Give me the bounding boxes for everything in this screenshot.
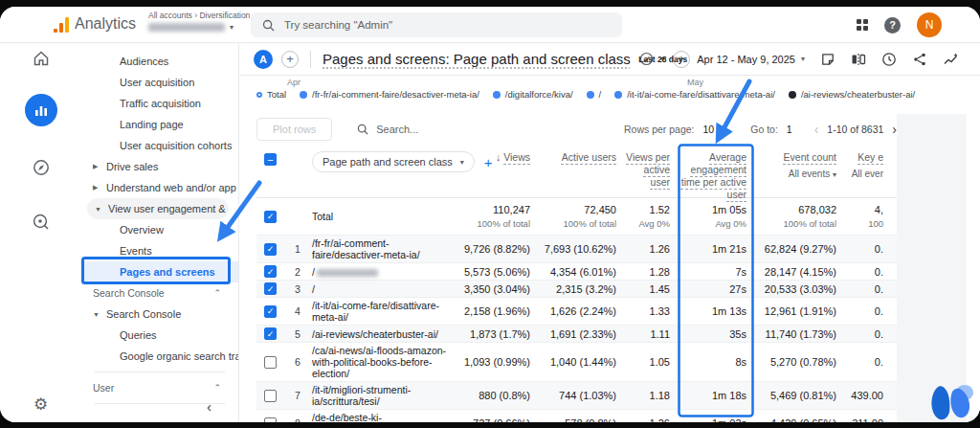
collapse-chevron-icon[interactable]: ⌃ xyxy=(213,383,221,393)
sidebar-item-traffic-acquisition[interactable]: Traffic acquisition xyxy=(81,93,238,114)
chevron-right-icon[interactable]: ▶ xyxy=(93,184,106,191)
sidebar-item-search-console[interactable]: ▼Search Console xyxy=(81,304,238,325)
totals-checkbox[interactable]: ✓ xyxy=(264,211,277,223)
column-header-views[interactable]: ↓ Views xyxy=(456,145,538,201)
sidebar-section-search-console[interactable]: Search Console⌃ xyxy=(81,282,238,304)
report-title[interactable]: Pages and screens: Page path and screen … xyxy=(323,51,631,67)
row-checkbox[interactable]: ✓ xyxy=(264,265,277,278)
sidebar-item-audiences[interactable]: Audiences xyxy=(81,51,238,72)
add-comparison-icon[interactable]: + xyxy=(281,51,299,68)
row-checkbox[interactable]: ✓ xyxy=(264,243,277,256)
collapse-chevron-icon[interactable]: ⌃ xyxy=(213,288,221,298)
sidebar-item-landing-page[interactable]: Landing page xyxy=(81,114,238,135)
table-search-input[interactable]: Search... xyxy=(357,124,418,135)
share-icon[interactable] xyxy=(912,52,927,67)
account-switcher[interactable]: All accounts › Diversification ▾ xyxy=(148,11,250,32)
column-header-event-count[interactable]: Event countAll events ▾ xyxy=(754,145,844,201)
note-icon[interactable] xyxy=(820,52,835,67)
account-name-redacted xyxy=(148,23,225,32)
sidebar-item-user-acquisition[interactable]: User acquisition xyxy=(81,72,238,93)
key-events-cell: 0. xyxy=(844,243,897,255)
next-page-icon[interactable]: › xyxy=(892,122,897,137)
engagement-time-cell: 27s xyxy=(678,283,754,295)
comparison-chip[interactable]: A xyxy=(254,50,273,69)
dimension-selector[interactable]: Page path and screen class▾ xyxy=(312,151,475,172)
prev-page-icon[interactable]: ‹ xyxy=(814,122,819,137)
plot-rows-button[interactable]: Plot rows xyxy=(256,118,332,141)
sidebar-item-drive-sales[interactable]: ▶Drive sales xyxy=(81,156,238,177)
report-body: Apr May Total/fr-fr/ai-comment-faire/des… xyxy=(239,75,980,422)
select-all-checkbox[interactable]: – xyxy=(264,153,277,166)
global-search-input[interactable]: Try searching "Admin" xyxy=(251,12,622,37)
engagement-time-cell: 1m 18s xyxy=(678,390,754,401)
insights-icon[interactable] xyxy=(943,52,959,67)
advertising-icon[interactable] xyxy=(0,209,81,236)
legend-chip-total[interactable]: Total xyxy=(256,89,286,100)
chevron-right-icon[interactable]: ▶ xyxy=(93,163,106,170)
event-count-cell: 11,740 (1.73%) xyxy=(754,328,844,340)
screenshot-canvas: { "colors": { "accent":"#1a73e8", "logo_… xyxy=(0,0,980,428)
legend-chip-digitalforce-kiva[interactable]: /digitalforce/kiva/ xyxy=(493,89,573,100)
collapse-sidenav-icon[interactable]: ‹ xyxy=(207,398,212,415)
chevron-down-icon[interactable]: ▼ xyxy=(93,311,106,318)
data-table: – Page path and screen class▾ + ↓ ViewsA… xyxy=(256,145,897,422)
avatar[interactable]: N xyxy=(917,12,942,37)
search-icon xyxy=(357,124,368,135)
sidebar-item-understand-web-and-or-app-t[interactable]: ▶Understand web and/or app t... xyxy=(81,177,238,198)
legend-chip-[interactable]: / xyxy=(587,89,602,100)
sidebar-item-google-organic-search-traf[interactable]: Google organic search traf... xyxy=(81,346,238,367)
key-events-cell: 0. xyxy=(844,305,897,317)
explore-icon[interactable] xyxy=(0,154,81,181)
chevron-down-icon[interactable]: ▼ xyxy=(95,206,108,213)
legend-chip-fr-fr-ai-comment-faire-desactiver-meta-ia[interactable]: /fr-fr/ai-comment-faire/desactiver-meta-… xyxy=(300,89,479,100)
views-per-user-cell: 1.26 xyxy=(624,417,678,422)
row-checkbox[interactable]: ✓ xyxy=(264,327,277,340)
sidebar-item-events[interactable]: Events xyxy=(81,240,238,261)
clock-icon[interactable] xyxy=(881,52,897,67)
analytics-logo-icon[interactable] xyxy=(54,17,69,33)
column-header-average-engagement-time-per-active-user[interactable]: Average engagement time per active user xyxy=(678,145,754,201)
date-range-picker[interactable]: Apr 12 - May 9, 2025 xyxy=(697,54,795,65)
report-sidenav: AudiencesUser acquisitionTraffic acquisi… xyxy=(81,43,239,422)
home-icon[interactable] xyxy=(0,45,81,72)
chevron-down-icon[interactable]: ▾ xyxy=(801,55,805,63)
goto-page-input[interactable]: 1 xyxy=(787,124,792,135)
column-header-active-users[interactable]: Active users xyxy=(538,145,624,201)
column-header-key-e[interactable]: Key eAll ever xyxy=(844,145,897,201)
apps-grid-icon[interactable] xyxy=(857,19,868,31)
totals-label: Total xyxy=(312,211,456,222)
reports-icon[interactable] xyxy=(0,97,81,124)
legend-chip-it-it-ai-come-fare-disattivare-meta-ai[interactable]: /it-it/ai-come-fare/disattivare-meta-ai/ xyxy=(614,89,775,100)
engagement-time-cell: 1m 21s xyxy=(678,243,754,255)
rows-per-page-select[interactable]: 10 xyxy=(703,124,715,135)
row-checkbox[interactable] xyxy=(264,417,277,423)
search-placeholder: Try searching "Admin" xyxy=(284,19,392,31)
row-number: 3 xyxy=(283,283,312,295)
active-users-cell: 578 (0.8%) xyxy=(538,417,624,422)
settings-gear-icon[interactable]: ⚙ xyxy=(0,391,81,417)
totals-row: ✓ Total 110,247100% of total 72,450100% … xyxy=(256,198,897,236)
row-checkbox[interactable] xyxy=(264,390,277,402)
help-icon[interactable]: ? xyxy=(884,17,901,34)
legend-dot-icon xyxy=(789,91,796,99)
column-filter[interactable]: All events ▾ xyxy=(754,168,836,181)
table-row-8: 8/de-de/beste-ki-tools/generator/kinderb… xyxy=(256,410,897,422)
sidebar-item-view-user-engagement-rete[interactable]: ▼View user engagement & rete... xyxy=(87,198,229,219)
row-checkbox[interactable]: ✓ xyxy=(264,305,277,318)
sidebar-item-queries[interactable]: Queries xyxy=(81,325,238,346)
sidebar-item-overview[interactable]: Overview xyxy=(81,219,238,240)
row-number: 1 xyxy=(283,243,312,255)
row-checkbox[interactable]: ✓ xyxy=(264,282,277,295)
column-header-views-per-active-user[interactable]: Views per active user xyxy=(624,145,678,201)
compare-reports-icon[interactable] xyxy=(851,52,866,67)
sidebar-section-user[interactable]: User⌃ xyxy=(81,377,238,398)
legend-chip-ai-reviews-cheaterbuster-ai[interactable]: /ai-reviews/cheaterbuster-ai/ xyxy=(789,89,915,100)
row-checkbox[interactable] xyxy=(264,356,277,369)
report-header: A + Pages and screens: Page path and scr… xyxy=(239,43,980,75)
column-filter[interactable]: All ever xyxy=(844,168,883,180)
engagement-time-cell: 1m 02s xyxy=(678,417,754,422)
sidebar-item-user-acquisition-cohorts[interactable]: User acquisition cohorts xyxy=(81,135,238,156)
chevron-down-icon[interactable]: ▾ xyxy=(723,125,726,134)
sidebar-item-pages-and-screens[interactable]: Pages and screens xyxy=(81,261,238,282)
pagination-range: 1-10 of 8631 xyxy=(827,124,883,135)
